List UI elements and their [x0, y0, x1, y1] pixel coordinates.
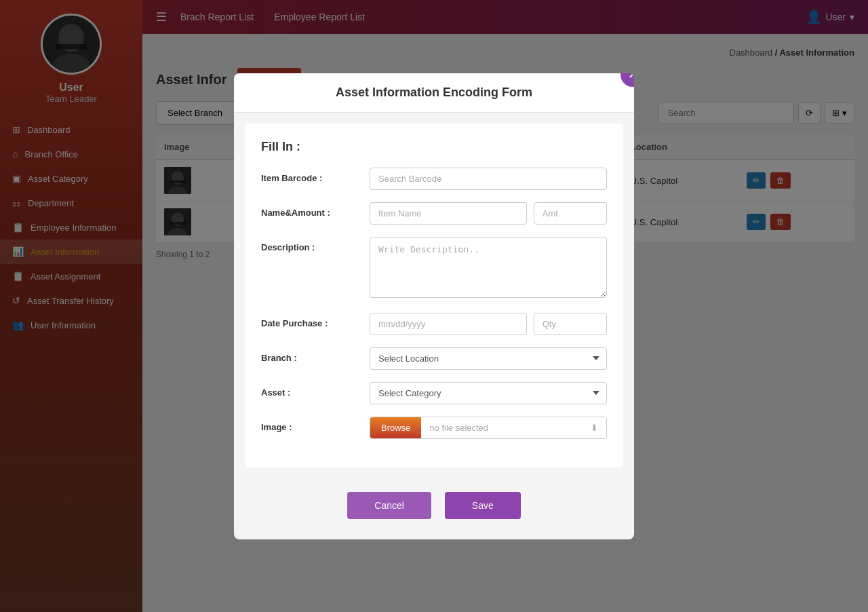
amt-input[interactable]: [534, 202, 607, 225]
branch-label: Branch :: [261, 347, 370, 363]
branch-control: Select Location: [370, 347, 607, 370]
modal-container: ✕ Asset Information Encoding Form Fill I…: [234, 73, 634, 539]
file-name-area: no file selected ⬇: [421, 417, 606, 438]
form-row-name-amount: Name&Amount :: [261, 202, 607, 225]
close-icon: ✕: [628, 73, 635, 82]
modal-fill-label: Fill In :: [261, 140, 607, 154]
asset-select[interactable]: Select Category: [370, 382, 607, 404]
name-amount-inputs: [370, 202, 607, 225]
form-row-date: Date Purchase :: [261, 313, 607, 335]
cancel-button[interactable]: Cancel: [347, 492, 431, 519]
form-row-image: Image : Browse no file selected ⬇: [261, 417, 607, 439]
modal-overlay: ✕ Asset Information Encoding Form Fill I…: [0, 0, 868, 612]
image-label: Image :: [261, 417, 370, 432]
modal-title: Asset Information Encoding Form: [336, 85, 532, 99]
form-row-description: Description :: [261, 237, 607, 301]
modal-footer: Cancel Save: [234, 478, 634, 519]
name-amount-control: [370, 202, 607, 225]
description-label: Description :: [261, 237, 370, 252]
modal-title-bar: Asset Information Encoding Form: [234, 73, 634, 113]
file-name-text: no file selected: [429, 423, 488, 433]
qty-input[interactable]: [534, 313, 607, 335]
form-row-asset: Asset : Select Category: [261, 382, 607, 404]
date-control: [370, 313, 607, 335]
modal-body: Fill In : Item Barcode : Name&Amount :: [245, 123, 623, 467]
barcode-label: Item Barcode :: [261, 168, 370, 183]
date-qty-inputs: [370, 313, 607, 335]
browse-button[interactable]: Browse: [370, 417, 421, 438]
branch-select[interactable]: Select Location: [370, 347, 607, 370]
barcode-input[interactable]: [370, 168, 607, 190]
asset-label: Asset :: [261, 382, 370, 398]
date-input[interactable]: [370, 313, 527, 335]
image-control: Browse no file selected ⬇: [370, 417, 607, 439]
asset-control: Select Category: [370, 382, 607, 404]
form-row-branch: Branch : Select Location: [261, 347, 607, 370]
form-row-barcode: Item Barcode :: [261, 168, 607, 190]
save-button[interactable]: Save: [445, 492, 521, 519]
file-input-wrap: Browse no file selected ⬇: [370, 417, 607, 439]
item-name-input[interactable]: [370, 202, 527, 225]
download-icon: ⬇: [591, 423, 598, 433]
description-textarea[interactable]: [370, 237, 607, 298]
name-amount-label: Name&Amount :: [261, 202, 370, 218]
barcode-control: [370, 168, 607, 190]
description-control: [370, 237, 607, 301]
date-label: Date Purchase :: [261, 313, 370, 328]
